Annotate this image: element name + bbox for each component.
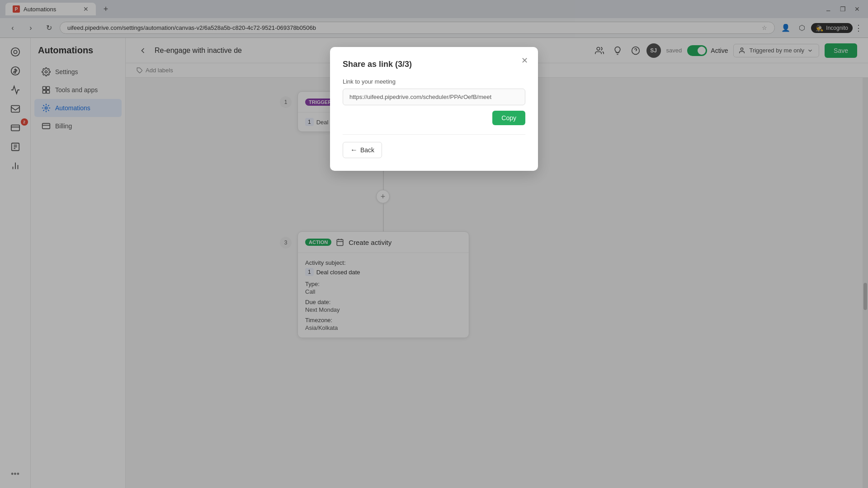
modal-footer: ← Back <box>343 134 525 158</box>
back-arrow-icon: ← <box>350 146 358 154</box>
modal-overlay: Share as link (3/3) ✕ Link to your meeti… <box>0 0 868 488</box>
link-label: Link to your meeting <box>343 78 525 85</box>
copy-button[interactable]: Copy <box>492 111 525 125</box>
copy-row: Copy <box>343 111 525 125</box>
back-label: Back <box>360 146 374 154</box>
link-input[interactable] <box>343 89 525 105</box>
share-as-link-modal: Share as link (3/3) ✕ Link to your meeti… <box>330 47 538 171</box>
back-button[interactable]: ← Back <box>343 142 382 158</box>
modal-title: Share as link (3/3) <box>343 60 525 69</box>
modal-close-button[interactable]: ✕ <box>518 54 531 67</box>
